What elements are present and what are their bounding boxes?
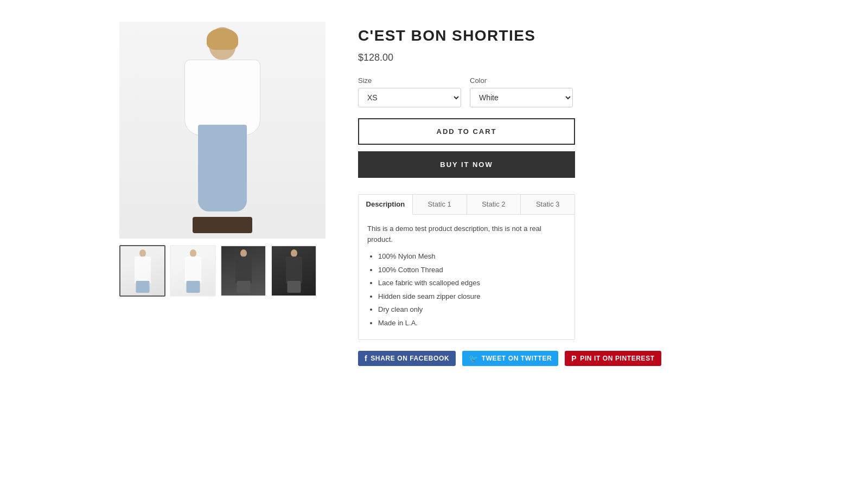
product-layout: C'EST BON SHORTIES $128.00 Size XS S M L… [119,22,749,366]
thumb-figure-3 [233,249,254,293]
thumb-bg-1 [120,246,164,296]
thumbnail-1[interactable] [119,245,165,297]
color-select[interactable]: White Black [470,88,573,107]
bullet-6: Made in L.A. [378,318,566,329]
social-share: f SHARE ON FACEBOOK 🐦 TWEET ON TWITTER P… [358,351,749,366]
thumbnail-strip [119,245,326,297]
size-select[interactable]: XS S M L XL [358,88,461,107]
facebook-share-label: SHARE ON FACEBOOK [371,355,449,362]
tab-content-description: This is a demo test product description,… [359,215,575,339]
bullet-3: Lace fabric with scalloped edges [378,278,566,288]
thumb-bg-3 [221,246,265,296]
share-facebook-button[interactable]: f SHARE ON FACEBOOK [358,351,456,366]
selectors-row: Size XS S M L XL Color White Black [358,76,749,107]
facebook-icon: f [365,354,367,363]
tab-static2[interactable]: Static 2 [467,195,521,214]
model-figure [168,27,277,233]
size-label: Size [358,76,461,85]
tab-static3[interactable]: Static 3 [521,195,575,214]
thumb-bg-2 [171,246,215,296]
thumb-figure-2 [182,249,204,293]
model-hair [207,28,238,50]
model-jeans [198,125,247,211]
twitter-icon: 🐦 [469,354,478,363]
bullet-4: Hidden side seam zipper closure [378,291,566,302]
twitter-share-label: TWEET ON TWITTER [482,355,552,362]
thumb-body-1 [135,256,151,284]
thumb-bg-4 [272,246,316,296]
bullet-1: 100% Nylon Mesh [378,251,566,262]
tabs-header: Description Static 1 Static 2 Static 3 [359,195,575,215]
pinterest-icon: P [571,354,577,363]
thumb-legs-3 [237,281,250,293]
product-details: C'EST BON SHORTIES $128.00 Size XS S M L… [358,22,749,366]
color-selector-group: Color White Black [470,76,573,107]
thumbnail-4[interactable] [271,245,317,297]
thumb-body-3 [235,256,252,284]
thumb-figure-4 [283,249,305,293]
model-silhouette [119,22,326,239]
add-to-cart-button[interactable]: ADD TO CART [358,118,575,145]
buy-now-button[interactable]: BUY IT NOW [358,151,575,178]
share-twitter-button[interactable]: 🐦 TWEET ON TWITTER [462,351,558,366]
thumb-figure-1 [132,249,154,293]
tab-static1[interactable]: Static 1 [413,195,467,214]
thumbnail-2[interactable] [170,245,216,297]
thumbnail-3[interactable] [220,245,266,297]
page-container: C'EST BON SHORTIES $128.00 Size XS S M L… [108,0,760,388]
model-shoes [193,217,252,233]
thumb-body-2 [185,256,201,284]
main-product-image [119,22,326,239]
size-selector-group: Size XS S M L XL [358,76,461,107]
product-images [119,22,326,297]
thumb-legs-1 [136,281,149,293]
bullet-2: 100% Cotton Thread [378,265,566,275]
tab-description[interactable]: Description [359,195,413,215]
thumb-legs-2 [186,281,200,293]
pinterest-share-label: PIN IT ON PINTEREST [580,355,654,362]
model-top [184,60,260,136]
thumb-body-4 [286,256,302,284]
color-label: Color [470,76,573,85]
thumb-legs-4 [287,281,301,293]
product-title: C'EST BON SHORTIES [358,27,749,44]
product-price: $128.00 [358,52,749,63]
description-bullets: 100% Nylon Mesh 100% Cotton Thread Lace … [367,251,566,328]
share-pinterest-button[interactable]: P PIN IT ON PINTEREST [565,351,661,366]
bullet-5: Dry clean only [378,304,566,315]
description-intro: This is a demo test product description,… [367,223,566,245]
tabs-container: Description Static 1 Static 2 Static 3 T… [358,194,575,340]
